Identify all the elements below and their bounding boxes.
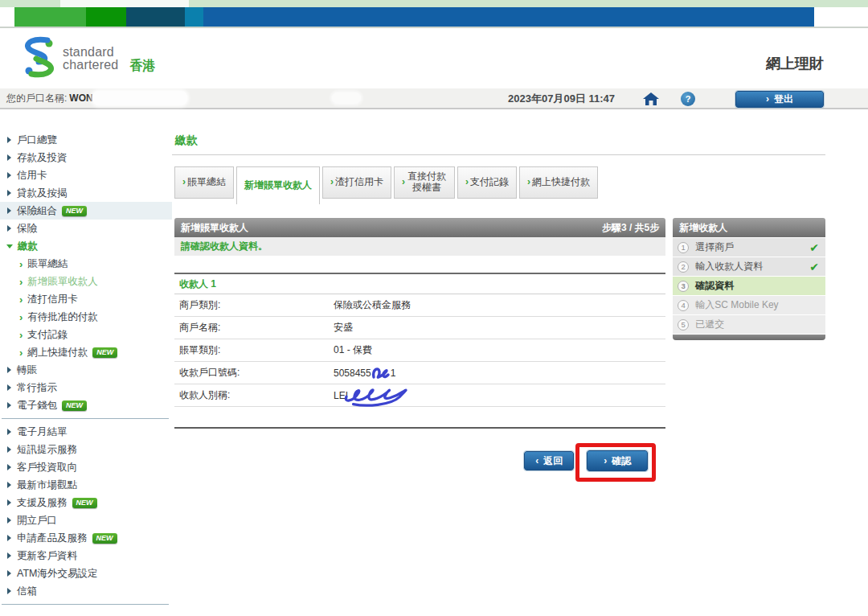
step-submitted: 5 已遞交	[673, 315, 825, 334]
sidebar-item-investment-profile[interactable]: 客戶投資取向	[0, 458, 172, 476]
confirm-arrow-icon	[604, 455, 612, 466]
instruction-text: 請確認收款人資料。	[174, 237, 665, 256]
chevron-right-icon	[7, 552, 11, 559]
steps-panel-title: 新增收款人	[673, 218, 825, 237]
sidebar-item-online-fast-payment[interactable]: 網上快捷付款NEW	[0, 343, 172, 361]
sidebar-item-update-info[interactable]: 更新客戶資料	[0, 547, 172, 565]
step-select-merchant: 1 選擇商戶	[673, 238, 825, 257]
step-label: 選擇商戶	[695, 240, 734, 254]
field-merchant-name: 商戶名稱: 安盛	[174, 317, 665, 339]
logout-button[interactable]: 登出	[735, 91, 824, 108]
chevron-right-icon	[7, 570, 11, 577]
sidebar-item-account-overview[interactable]: 戶口總覽	[0, 131, 172, 149]
sidebar-item-loans-mortgage[interactable]: 貸款及按揭	[0, 184, 172, 202]
field-value: 安盛	[334, 321, 353, 335]
field-label: 商戶類別:	[174, 298, 334, 312]
tab-direct-debit[interactable]: 直接付款授權書	[394, 166, 455, 199]
sidebar-item-support-services[interactable]: 支援及服務NEW	[0, 494, 172, 511]
content-area: 戶口總覽 存款及投資 信用卡 貸款及按揭 保險組合NEW 保險 繳款 賬單總結 …	[0, 109, 868, 609]
sidebar-item-sms-alert[interactable]: 短訊提示服務	[0, 441, 172, 458]
top-background-gap	[60, 0, 189, 7]
sidebar-item-bill-payment[interactable]: 繳款	[0, 237, 172, 255]
sidebar-item-apply-products[interactable]: 申請產品及服務NEW	[0, 529, 172, 547]
back-label: 返回	[543, 454, 563, 468]
add-payee-panel: 新增賬單收款人 步驟3 / 共5步 請確認收款人資料。 收款人 1 商戶類別: …	[174, 218, 665, 471]
sidebar-item-mailbox[interactable]: 信箱	[0, 582, 172, 600]
step-label: 已遞交	[695, 318, 724, 331]
field-value: 01 - 保費	[334, 343, 372, 357]
sidebar-item-payment-records[interactable]: 支付記錄	[0, 326, 172, 343]
bank-logo: standard chartered 香港	[23, 36, 155, 78]
chevron-right-icon	[7, 225, 11, 232]
account-bar-actions: 2023年07月09日 11:47 登出	[508, 88, 824, 109]
sidebar-item-insurance[interactable]: 保險	[0, 220, 172, 237]
brand-color-bar	[0, 7, 868, 28]
chevron-right-icon	[19, 311, 23, 323]
step-number: 3	[678, 281, 689, 292]
sidebar-item-insurance-portfolio[interactable]: 保險組合NEW	[0, 202, 172, 220]
step-indicator: 步驟3 / 共5步	[602, 221, 659, 235]
new-badge: NEW	[72, 498, 97, 508]
pen-scribble-redaction	[342, 384, 416, 406]
sidebar: 戶口總覽 存款及投資 信用卡 貸款及按揭 保險組合NEW 保險 繳款 賬單總結 …	[0, 109, 172, 609]
step-enter-mobile-key: 4 輸入SC Mobile Key	[673, 296, 825, 314]
sidebar-item-bill-summary[interactable]: 賬單總結	[0, 255, 172, 273]
new-badge: NEW	[62, 206, 87, 216]
chevron-right-icon	[7, 207, 11, 214]
new-badge: NEW	[92, 533, 117, 544]
step-number: 5	[678, 319, 689, 331]
sidebar-item-deposits-investments[interactable]: 存款及投資	[0, 149, 172, 166]
sidebar-item-credit-card[interactable]: 信用卡	[0, 166, 172, 184]
tab-add-bill-payee[interactable]: 新增賬單收款人	[236, 166, 320, 204]
sidebar-item-market-views[interactable]: 最新市場觀點	[0, 476, 172, 494]
chevron-right-icon	[19, 258, 23, 270]
action-buttons: 返回 確認	[174, 450, 665, 471]
sidebar-item-pending-payments[interactable]: 有待批准的付款	[0, 308, 172, 326]
help-icon[interactable]	[681, 92, 695, 106]
color-segment-darkgreen	[86, 7, 126, 27]
sidebar-item-standing-instruction[interactable]: 常行指示	[0, 379, 172, 396]
main-content: 繳款 賬單總結 新增賬單收款人 渣打信用卡 直接付款授權書 支付記錄 網上快捷付…	[172, 109, 825, 609]
chevron-right-icon	[7, 190, 11, 196]
account-name-value: WON	[69, 92, 92, 104]
standard-chartered-logo-icon	[23, 36, 56, 78]
chevron-right-icon	[7, 429, 11, 435]
section-end-rule	[174, 427, 665, 429]
brand-wordmark: standard chartered	[63, 46, 118, 78]
tab-payment-records[interactable]: 支付記錄	[457, 166, 517, 199]
home-icon[interactable]	[642, 92, 660, 106]
field-payee-nickname: 收款人別稱: LEI	[174, 384, 665, 407]
new-badge: NEW	[92, 347, 117, 358]
title-divider	[172, 154, 825, 155]
tab-bill-summary[interactable]: 賬單總結	[174, 166, 234, 199]
sidebar-item-ewallet[interactable]: 電子錢包NEW	[0, 396, 172, 414]
step-number: 1	[678, 242, 689, 253]
back-button[interactable]: 返回	[524, 451, 574, 470]
portal-title: 網上理財	[766, 54, 824, 73]
field-label: 收款人別稱:	[174, 388, 334, 402]
header: standard chartered 香港 網上理財	[0, 28, 868, 88]
tab-online-fast-payment[interactable]: 網上快捷付款	[519, 166, 598, 199]
brand-line1: standard	[63, 46, 118, 59]
field-label: 收款戶口號碼:	[174, 366, 334, 380]
step-label: 輸入SC Mobile Key	[695, 298, 778, 312]
sidebar-item-atm-overseas[interactable]: ATM海外交易設定	[0, 565, 172, 582]
section-title: 收款人 1	[174, 274, 665, 294]
chevron-right-icon	[19, 329, 23, 341]
chevron-right-icon	[7, 172, 11, 179]
sidebar-item-sc-credit-card[interactable]: 渣打信用卡	[0, 290, 172, 308]
tab-sc-credit-card[interactable]: 渣打信用卡	[322, 166, 391, 199]
chevron-right-icon	[7, 446, 11, 453]
check-icon	[809, 241, 819, 254]
field-label: 商戶名稱:	[174, 321, 334, 335]
step-label: 輸入收款人資料	[695, 260, 763, 273]
confirm-button[interactable]: 確認	[587, 450, 648, 471]
sidebar-item-estatement[interactable]: 電子月結單	[0, 423, 172, 441]
sidebar-item-open-account[interactable]: 開立戶口	[0, 511, 172, 529]
panel-title: 新增賬單收款人	[181, 221, 248, 235]
sidebar-item-transfer[interactable]: 轉賬	[0, 361, 172, 379]
sidebar-item-add-bill-payee[interactable]: 新增賬單收款人	[0, 273, 172, 290]
logout-label: 登出	[774, 92, 793, 106]
panel-header: 新增賬單收款人 步驟3 / 共5步	[174, 218, 665, 237]
pen-scribble-redaction	[371, 365, 393, 381]
